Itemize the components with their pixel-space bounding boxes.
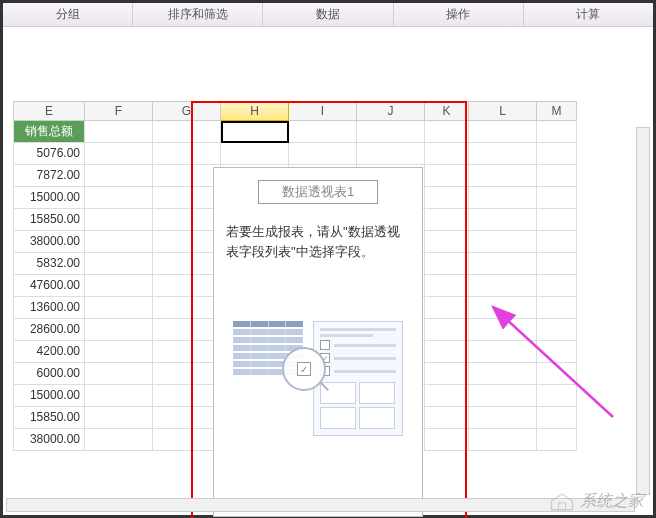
cell[interactable] — [469, 143, 537, 165]
cell[interactable] — [85, 143, 153, 165]
cell[interactable]: 15850.00 — [13, 209, 85, 231]
cell[interactable] — [537, 341, 577, 363]
cell[interactable] — [469, 341, 537, 363]
cell[interactable]: 销售总额 — [13, 121, 85, 143]
cell[interactable] — [85, 253, 153, 275]
cell[interactable] — [85, 363, 153, 385]
cell[interactable] — [425, 297, 469, 319]
cell[interactable]: 13600.00 — [13, 297, 85, 319]
cell[interactable] — [469, 231, 537, 253]
cell[interactable] — [469, 297, 537, 319]
cell[interactable] — [425, 319, 469, 341]
col-header-F[interactable]: F — [85, 101, 153, 121]
cell[interactable] — [85, 187, 153, 209]
cell[interactable] — [425, 363, 469, 385]
cell[interactable] — [85, 319, 153, 341]
cell[interactable] — [221, 143, 289, 165]
cell[interactable] — [289, 121, 357, 143]
cell[interactable] — [469, 363, 537, 385]
col-header-J[interactable]: J — [357, 101, 425, 121]
cell[interactable] — [153, 275, 221, 297]
col-header-M[interactable]: M — [537, 101, 577, 121]
cell[interactable] — [153, 165, 221, 187]
col-header-H[interactable]: H — [221, 101, 289, 121]
cell[interactable] — [153, 363, 221, 385]
cell[interactable] — [469, 209, 537, 231]
cell[interactable] — [153, 341, 221, 363]
cell[interactable] — [85, 385, 153, 407]
cell[interactable] — [469, 253, 537, 275]
cell[interactable] — [469, 165, 537, 187]
col-header-I[interactable]: I — [289, 101, 357, 121]
cell[interactable]: 6000.00 — [13, 363, 85, 385]
cell[interactable] — [153, 429, 221, 451]
cell[interactable] — [425, 187, 469, 209]
cell[interactable] — [153, 297, 221, 319]
cell[interactable] — [537, 363, 577, 385]
cell[interactable] — [425, 209, 469, 231]
cell[interactable] — [469, 319, 537, 341]
cell[interactable]: 7872.00 — [13, 165, 85, 187]
cell[interactable]: 5832.00 — [13, 253, 85, 275]
cell[interactable] — [153, 231, 221, 253]
cell[interactable]: 4200.00 — [13, 341, 85, 363]
cell[interactable] — [469, 429, 537, 451]
cell[interactable] — [469, 187, 537, 209]
selected-cell[interactable] — [221, 121, 289, 143]
cell[interactable] — [537, 209, 577, 231]
cell[interactable]: 15850.00 — [13, 407, 85, 429]
cell[interactable]: 47600.00 — [13, 275, 85, 297]
cell[interactable] — [85, 231, 153, 253]
cell[interactable] — [85, 121, 153, 143]
cell[interactable] — [537, 253, 577, 275]
cell[interactable] — [537, 429, 577, 451]
cell[interactable]: 28600.00 — [13, 319, 85, 341]
pivot-table-panel[interactable]: 数据透视表1 若要生成报表，请从"数据透视表字段列表"中选择字段。 — [213, 167, 423, 517]
col-header-G[interactable]: G — [153, 101, 221, 121]
cell[interactable] — [425, 231, 469, 253]
cell[interactable] — [289, 143, 357, 165]
cell[interactable] — [425, 143, 469, 165]
vertical-scrollbar[interactable] — [636, 127, 650, 495]
cell[interactable] — [85, 429, 153, 451]
cell[interactable] — [425, 253, 469, 275]
cell[interactable] — [537, 275, 577, 297]
cell[interactable] — [357, 121, 425, 143]
cell[interactable] — [153, 143, 221, 165]
cell[interactable] — [469, 275, 537, 297]
cell[interactable] — [153, 385, 221, 407]
cell[interactable] — [537, 319, 577, 341]
cell[interactable] — [153, 407, 221, 429]
cell[interactable] — [153, 209, 221, 231]
cell[interactable] — [425, 275, 469, 297]
cell[interactable] — [537, 297, 577, 319]
cell[interactable]: 38000.00 — [13, 429, 85, 451]
cell[interactable]: 15000.00 — [13, 385, 85, 407]
cell[interactable] — [537, 143, 577, 165]
cell[interactable] — [469, 407, 537, 429]
cell[interactable] — [469, 121, 537, 143]
cell[interactable] — [425, 121, 469, 143]
cell[interactable] — [85, 297, 153, 319]
cell[interactable] — [425, 429, 469, 451]
cell[interactable] — [85, 165, 153, 187]
cell[interactable] — [537, 187, 577, 209]
cell[interactable] — [153, 121, 221, 143]
cell[interactable] — [153, 253, 221, 275]
col-header-L[interactable]: L — [469, 101, 537, 121]
cell[interactable] — [357, 143, 425, 165]
cell[interactable] — [85, 209, 153, 231]
cell[interactable] — [469, 385, 537, 407]
cell[interactable] — [425, 385, 469, 407]
cell[interactable]: 5076.00 — [13, 143, 85, 165]
horizontal-scrollbar[interactable] — [6, 498, 635, 512]
cell[interactable] — [85, 275, 153, 297]
cell[interactable]: 15000.00 — [13, 187, 85, 209]
cell[interactable] — [153, 187, 221, 209]
cell[interactable] — [537, 231, 577, 253]
col-header-K[interactable]: K — [425, 101, 469, 121]
cell[interactable] — [537, 385, 577, 407]
cell[interactable] — [153, 319, 221, 341]
cell[interactable] — [425, 165, 469, 187]
cell[interactable] — [537, 165, 577, 187]
